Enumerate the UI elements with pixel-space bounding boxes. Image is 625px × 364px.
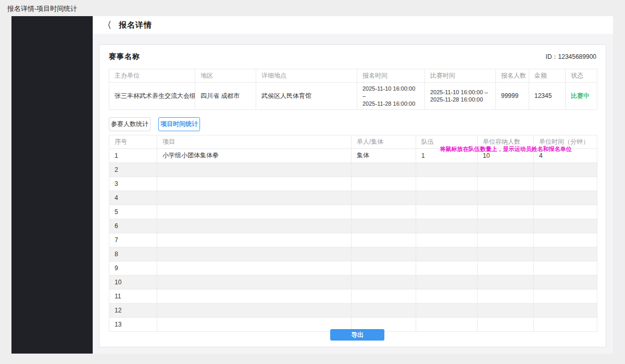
cell: [416, 261, 478, 275]
cell: [352, 233, 416, 247]
back-chevron-icon[interactable]: 〈: [104, 21, 111, 30]
region-cell: 四川省 成都市: [195, 83, 256, 110]
cell: [157, 275, 352, 289]
schedule-header-row: 序号 项目 单人/集体 队伍 单位容纳人数 单位时间（分钟）: [109, 135, 597, 148]
cell: [416, 177, 478, 191]
cell: [534, 219, 597, 233]
cell: [416, 275, 478, 289]
cell: [478, 261, 534, 275]
table-row: 11: [109, 289, 597, 303]
cell: [478, 205, 534, 219]
export-button[interactable]: 导出: [330, 329, 384, 341]
stat-tabs: 参赛人数统计 项目时间统计: [109, 117, 596, 131]
column-header: 单位容纳人数: [478, 135, 534, 148]
cell: [478, 219, 534, 233]
cell: 4: [534, 148, 597, 162]
table-row: 10: [109, 275, 597, 289]
column-header: 序号: [109, 135, 157, 148]
venue-cell: 武侯区人民体育馆: [256, 83, 357, 110]
cell: [157, 233, 352, 247]
cell: [157, 247, 352, 261]
cell: [352, 191, 416, 205]
signup-time-cell: 2025-11-10 16:00:00 – 2025-11-28 16:00:0…: [357, 83, 425, 110]
match-time-cell: 2025-11-10 16:00:00 – 2025-11-28 16:00:0…: [425, 83, 496, 110]
cell: [478, 303, 534, 317]
tab-participant-count[interactable]: 参赛人数统计: [109, 117, 151, 131]
cell: 5: [109, 205, 157, 219]
cell: [534, 317, 597, 331]
cell: [534, 303, 597, 317]
cell: [478, 177, 534, 191]
cell: 4: [109, 191, 157, 205]
table-row: 2: [109, 162, 597, 177]
cell: [352, 247, 416, 261]
window-title: 报名详情-项目时间统计: [7, 4, 77, 14]
page-header: 〈 报名详情: [93, 16, 613, 34]
cell: [416, 303, 478, 317]
cell: [157, 177, 352, 191]
cell: [416, 233, 478, 247]
cell: [478, 162, 534, 177]
organizer-cell: 张三丰杯武术养生交流大会组委会: [109, 83, 195, 110]
cell: [534, 261, 597, 275]
column-header: 单位时间（分钟）: [534, 135, 597, 148]
cell: [534, 289, 597, 303]
cell: [534, 162, 597, 177]
column-header: 报名时间: [357, 69, 425, 83]
cell: 6: [109, 219, 157, 233]
cell: 13: [109, 317, 157, 331]
column-header: 主办单位: [109, 69, 195, 83]
cell: 7: [109, 233, 157, 247]
cell: [157, 219, 352, 233]
cell: [478, 289, 534, 303]
column-header: 金额: [529, 69, 566, 83]
cell: [478, 247, 534, 261]
cell: [416, 162, 478, 177]
cell: 1: [109, 148, 157, 162]
cell: [416, 205, 478, 219]
event-info-table: 主办单位 地区 详细地点 报名时间 比赛时间 报名人数 金额 状态 张三丰杯武术…: [109, 69, 597, 110]
cell: [534, 247, 597, 261]
event-name-label: 赛事名称: [109, 52, 140, 61]
signup-count-cell: 99999: [496, 83, 529, 110]
cell: [352, 162, 416, 177]
event-id: ID：12345689900: [546, 53, 596, 61]
cell: [352, 205, 416, 219]
event-id-label: ID：: [546, 53, 558, 60]
cell: [352, 289, 416, 303]
event-detail-card: 赛事名称 ID：12345689900 主办单位 地区 详细地点 报名时间 比赛…: [99, 44, 606, 347]
cell: [157, 261, 352, 275]
cell: 9: [109, 261, 157, 275]
sidebar: [11, 16, 93, 354]
cell: [478, 233, 534, 247]
amount-cell: 12345: [529, 83, 566, 110]
cell: [416, 317, 478, 331]
cell: [534, 275, 597, 289]
cell: [416, 219, 478, 233]
team-count-cell[interactable]: 1: [416, 148, 478, 162]
cell: [478, 317, 534, 331]
table-row: 1小学组小团体集体拳集体1104: [109, 148, 597, 162]
column-header: 详细地点: [256, 69, 357, 83]
cell: 2: [109, 162, 157, 177]
event-id-value: 12345689900: [558, 53, 596, 60]
cell: [534, 191, 597, 205]
table-row: 9: [109, 261, 597, 275]
cell: [352, 261, 416, 275]
cell: [416, 247, 478, 261]
page-title: 报名详情: [119, 20, 152, 30]
cell: 11: [109, 289, 157, 303]
column-header: 地区: [195, 69, 256, 83]
column-header: 队伍: [416, 135, 478, 148]
cell: 8: [109, 247, 157, 261]
tab-project-time[interactable]: 项目时间统计: [158, 117, 200, 131]
cell: [352, 275, 416, 289]
cell: [157, 317, 352, 331]
table-row: 12: [109, 303, 597, 317]
table-row: 6: [109, 219, 597, 233]
table-row: 8: [109, 247, 597, 261]
cell: 10: [478, 148, 534, 162]
schedule-table-body: 1小学组小团体集体拳集体11042345678910111213: [109, 148, 597, 331]
cell: [534, 233, 597, 247]
event-info-header-row: 主办单位 地区 详细地点 报名时间 比赛时间 报名人数 金额 状态: [109, 69, 597, 83]
